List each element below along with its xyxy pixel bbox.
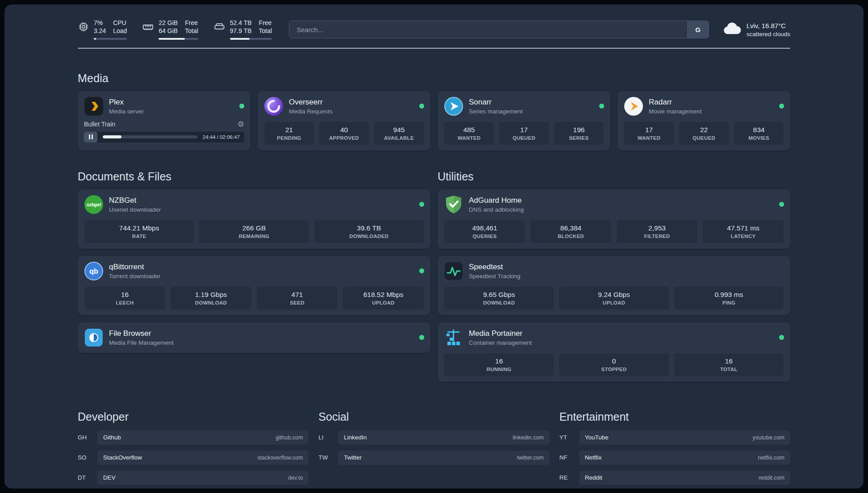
bookmark-link-netflix[interactable]: Netflix netflix.com — [579, 451, 790, 465]
overseerr-icon — [264, 96, 284, 116]
stat-label: DOWNLOAD — [446, 300, 552, 305]
stat-row: 485 WANTED 17 QUEUED 196 SERIES — [444, 121, 604, 145]
status-dot-online — [779, 335, 784, 340]
plex-icon — [84, 96, 104, 116]
stat-row: 16 LEECH 1.19 Gbps DOWNLOAD 471 SEED 6 — [84, 286, 424, 310]
stat-label: QUERIES — [446, 234, 523, 239]
pause-button[interactable] — [84, 132, 97, 142]
service-name: Sonarr — [469, 98, 523, 107]
service-card-adguard[interactable]: AdGuard Home DNS and adblocking 498,461 … — [438, 189, 790, 249]
disk-total: 97.9 TB — [230, 28, 252, 34]
stat-value: 16 — [86, 291, 163, 299]
stat-tile: 16 RUNNING — [444, 353, 554, 376]
stat-value: 498,461 — [446, 224, 523, 232]
bookmark-link-youtube[interactable]: YouTube youtube.com — [579, 430, 790, 445]
memory-widget: 22 GiB 64 GiB Free Total — [142, 20, 198, 40]
bookmark-link-github[interactable]: Github github.com — [97, 430, 309, 445]
service-description: Media Requests — [289, 108, 333, 115]
cpu-bar-fill — [94, 38, 96, 40]
cpu-widget: 7% 3.24 CPU Load — [78, 20, 127, 40]
bookmark-abbr: RE — [559, 474, 579, 481]
service-card-filebrowser[interactable]: File Browser Media File Management — [78, 322, 430, 353]
stat-value: 2,953 — [618, 224, 696, 232]
disk-label-top: Free — [259, 20, 272, 26]
bookmark-link-dev[interactable]: DEV dev.to — [97, 471, 309, 485]
stat-value: 945 — [376, 126, 422, 134]
service-card-qbittorrent[interactable]: qb qBittorrent Torrent downloader 16 LEE… — [78, 256, 430, 315]
service-card-speedtest[interactable]: Speedtest Speedtest Tracking 9.65 Gbps D… — [438, 256, 790, 315]
stat-row: 17 WANTED 22 QUEUED 834 MOVIES — [624, 121, 784, 145]
status-dot-online — [779, 202, 784, 207]
bookmark-link-linkedin[interactable]: LinkedIn linkedin.com — [338, 430, 549, 445]
bookmark-link-stackoverflow[interactable]: StackOverflow stackoverflow.com — [97, 451, 309, 465]
disk-bar — [230, 38, 272, 40]
stat-label: TOTAL — [676, 367, 782, 372]
stat-value: 196 — [556, 126, 602, 134]
service-name: File Browser — [109, 329, 174, 338]
stat-tile: 945 AVAILABLE — [374, 121, 424, 145]
disk-icon — [213, 21, 225, 40]
stat-label: LEECH — [86, 300, 163, 305]
service-name: NZBGet — [109, 196, 161, 205]
bookmark-row: TW Twitter twitter.com — [318, 451, 549, 465]
stat-label: QUEUED — [501, 135, 547, 141]
weather-location: Lviv, 16.87°C — [747, 22, 790, 29]
stat-label: RUNNING — [446, 367, 552, 372]
stat-tile: 471 SEED — [256, 286, 338, 310]
bookmark-group-entertainment: Entertainment YT YouTube youtube.com NF … — [559, 410, 790, 489]
cloud-icon — [722, 21, 741, 38]
stat-tile: 22 QUEUED — [679, 121, 729, 145]
stat-tile: 618.52 Mbps UPLOAD — [342, 286, 424, 310]
bookmark-row: YT YouTube youtube.com — [559, 430, 790, 445]
bookmark-row: DT DEV dev.to — [78, 471, 309, 485]
nzbget-icon: nzbget — [84, 195, 104, 214]
memory-free: 22 GiB — [159, 20, 178, 26]
disk-bar-fill — [230, 38, 250, 40]
stat-label: PING — [676, 300, 782, 305]
bookmark-abbr: NF — [559, 454, 579, 461]
bookmark-domain: reddit.com — [759, 475, 785, 481]
service-card-overseerr[interactable]: Overseerr Media Requests 21 PENDING 40 A… — [258, 91, 430, 150]
cpu-load: 3.24 — [94, 28, 106, 34]
bookmark-domain: dev.to — [288, 475, 303, 481]
stat-value: 485 — [446, 126, 492, 134]
bookmark-domain: youtube.com — [752, 435, 785, 441]
player-progress-track[interactable] — [103, 135, 197, 138]
stat-label: PENDING — [266, 135, 312, 141]
service-description: Usenet downloader — [109, 206, 161, 213]
service-card-radarr[interactable]: Radarr Movie management 17 WANTED 22 QUE… — [618, 91, 790, 150]
disk-free: 52.4 TB — [230, 20, 252, 26]
stat-tile: 17 QUEUED — [499, 121, 549, 145]
stat-tile: 9.65 Gbps DOWNLOAD — [444, 286, 554, 310]
search-provider-button[interactable]: G — [687, 21, 709, 38]
weather-condition: scattered clouds — [747, 31, 790, 38]
stat-value: 266 GB — [201, 224, 307, 232]
stat-value: 22 — [681, 126, 727, 134]
bookmark-link-twitter[interactable]: Twitter twitter.com — [338, 451, 549, 465]
status-dot-online — [779, 104, 784, 109]
bookmark-group-developer: Developer GH Github github.com SO StackO… — [78, 410, 309, 489]
stat-label: RATE — [86, 234, 192, 239]
bookmark-abbr: LI — [318, 434, 338, 441]
adguard-icon — [444, 195, 463, 214]
service-card-portainer[interactable]: Media Portainer Container management 16 … — [438, 322, 790, 382]
gear-icon[interactable]: ⚙ — [238, 121, 244, 128]
search-input[interactable] — [289, 21, 687, 38]
service-name: Media Portainer — [469, 329, 532, 338]
weather-widget: Lviv, 16.87°C scattered clouds — [722, 21, 790, 38]
stat-label: DOWNLOADED — [316, 234, 422, 239]
section-title-media: Media — [78, 72, 790, 85]
service-card-plex[interactable]: Plex Media server Bullet Train ⚙ 24:44 /… — [78, 91, 250, 150]
status-dot-online — [419, 104, 424, 109]
status-dot-online — [419, 335, 424, 340]
media-card-grid: Plex Media server Bullet Train ⚙ 24:44 /… — [78, 91, 790, 150]
service-name: Radarr — [649, 98, 702, 107]
status-dot-online — [419, 268, 424, 273]
service-card-sonarr[interactable]: Sonarr Series management 485 WANTED 17 Q… — [438, 91, 610, 150]
stat-label: WANTED — [446, 135, 492, 141]
now-playing-title: Bullet Train — [84, 121, 238, 128]
service-card-nzbget[interactable]: nzbget NZBGet Usenet downloader 744.21 M… — [78, 189, 430, 249]
filebrowser-icon — [84, 328, 104, 347]
bookmark-link-reddit[interactable]: Reddit reddit.com — [579, 471, 790, 485]
stat-tile: 86,384 BLOCKED — [530, 220, 612, 243]
